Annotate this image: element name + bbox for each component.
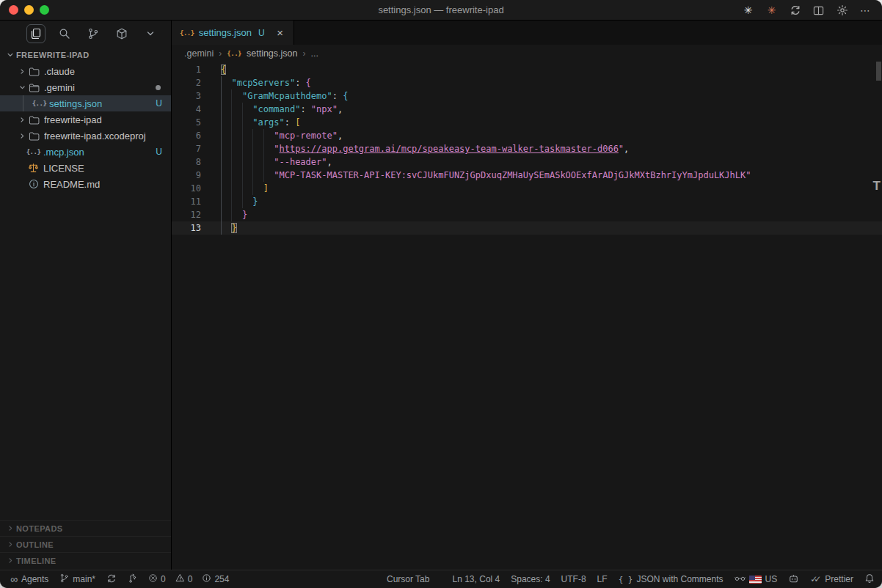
panel-label: NOTEPADS (16, 524, 63, 533)
tree-item-settings-json[interactable]: {..} settings.json U (0, 95, 171, 111)
tree-item-claude[interactable]: .claude (0, 63, 171, 79)
json-file-icon: {..} (227, 50, 241, 57)
encoding-label: UTF-8 (561, 574, 586, 584)
split-editor-icon[interactable] (812, 4, 825, 17)
tree-item-mcp-json[interactable]: {..} .mcp.json U (0, 144, 171, 160)
extensions-icon[interactable] (112, 24, 131, 43)
keyboard-layout-item[interactable]: US (735, 574, 778, 584)
minimize-window-button[interactable] (24, 5, 34, 15)
code-line[interactable]: 6 "mcp-remote", (172, 129, 882, 142)
sidebar: FREEWRITE-IPAD .claude (0, 21, 172, 570)
more-icon[interactable]: ⋯ (859, 4, 872, 17)
file-label: freewrite-ipad.xcodeproj (44, 131, 146, 142)
vertical-scrollbar[interactable] (876, 62, 881, 81)
root-folder-label: FREEWRITE-IPAD (16, 51, 90, 59)
line-number: 9 (172, 169, 213, 182)
code-line[interactable]: 9 "MCP-TASK-MASTER-API-KEY:svCJUkmFUNZjG… (172, 169, 882, 182)
status-bar: ∞ Agents main* (0, 570, 882, 588)
panel-outline[interactable]: OUTLINE (0, 536, 171, 552)
agents-label: Agents (21, 574, 48, 584)
git-branch-icon (59, 573, 69, 585)
chevron-right-icon (4, 541, 16, 548)
agents-status-item[interactable]: ∞ Agents (10, 574, 48, 584)
zoom-window-button[interactable] (40, 5, 49, 15)
file-label: settings.json (49, 98, 102, 109)
panel-notepads[interactable]: NOTEPADS (0, 520, 171, 536)
cursor-position-label: Ln 13, Col 4 (453, 574, 500, 584)
info-circle-icon (27, 179, 40, 189)
breadcrumb-file[interactable]: settings.json (247, 48, 297, 59)
chevron-right-icon (4, 557, 16, 564)
us-flag-icon (749, 576, 762, 584)
chevron-separator-icon: › (302, 48, 305, 59)
explorer-icon[interactable] (26, 24, 45, 43)
check-all-icon: ✓✓ (810, 574, 821, 584)
eol-label: LF (597, 574, 608, 584)
encoding-item[interactable]: UTF-8 (561, 574, 586, 584)
eol-item[interactable]: LF (597, 574, 608, 584)
source-control-graph-item[interactable] (128, 573, 137, 586)
source-control-icon[interactable] (84, 24, 103, 43)
breadcrumb-folder[interactable]: .gemini (184, 48, 214, 59)
tree-item-xcodeproj[interactable]: freewrite-ipad.xcodeproj (0, 128, 171, 144)
code-line[interactable]: 11 } (172, 195, 882, 208)
more-views-chevron-icon[interactable] (141, 24, 160, 43)
line-number: 11 (172, 195, 213, 208)
editor-group: {..} settings.json U × .gemini › {..} se… (172, 21, 882, 570)
cursor-tab-label: Cursor Tab (387, 574, 429, 584)
indentation-item[interactable]: Spaces: 4 (511, 574, 550, 584)
line-number: 10 (172, 182, 213, 195)
code-line[interactable]: 12 } (172, 208, 882, 221)
settings-gear-icon[interactable] (836, 4, 848, 17)
panel-timeline[interactable]: TIMELINE (0, 552, 171, 568)
chevron-separator-icon: › (219, 48, 222, 59)
chevron-right-icon (4, 525, 16, 532)
sync-changes-item[interactable] (106, 573, 117, 586)
tab-bar: {..} settings.json U × (172, 21, 882, 45)
code-line[interactable]: 5 "args": [ (172, 116, 882, 129)
file-label: freewrite-ipad (44, 114, 102, 125)
search-icon[interactable] (55, 24, 74, 43)
line-number: 3 (172, 89, 213, 103)
json-file-icon: {..} (180, 29, 194, 37)
code-line[interactable]: 4 "command": "npx", (172, 103, 882, 116)
warning-count: 0 (188, 574, 193, 584)
code-line[interactable]: 2 "mcpServers": { (172, 76, 882, 89)
indent-guide (221, 76, 222, 235)
problems-status-item[interactable]: 0 0 254 (148, 573, 229, 585)
code-line[interactable]: 13 } (172, 221, 882, 235)
code-line[interactable]: 7 "https://app.getgram.ai/mcp/speakeasy-… (172, 142, 882, 155)
code-line[interactable]: 10 ] (172, 182, 882, 195)
code-line[interactable]: 1{ (172, 63, 882, 76)
claude-icon[interactable]: ✳ (765, 4, 778, 17)
cursor-tab-status-item[interactable]: Cursor Tab (387, 574, 429, 584)
notifications-item[interactable] (864, 573, 875, 586)
language-mode-item[interactable]: { } JSON with Comments (619, 574, 724, 584)
tab-settings-json[interactable]: {..} settings.json U × (172, 21, 294, 45)
tree-item-freewrite-ipad[interactable]: freewrite-ipad (0, 111, 171, 128)
json-file-icon: {..} (27, 148, 40, 155)
source-control-graph-icon (128, 573, 137, 586)
formatter-status-item[interactable]: ✓✓ Prettier (810, 574, 853, 584)
folder-icon (28, 67, 40, 76)
chevron-right-icon (16, 117, 28, 123)
code-line[interactable]: 8 "--header", (172, 155, 882, 169)
close-tab-icon[interactable]: × (274, 26, 286, 39)
cursor-position-item[interactable]: Ln 13, Col 4 (453, 574, 500, 584)
code-line[interactable]: 3 "GramMcpauthdemo": { (172, 89, 882, 103)
code-editor[interactable]: 1{2 "mcpServers": {3 "GramMcpauthdemo": … (172, 62, 882, 570)
file-label: .mcp.json (43, 147, 84, 158)
git-branch-status-item[interactable]: main* (59, 573, 95, 585)
tree-item-readme[interactable]: README.md (0, 176, 171, 192)
tree-item-license[interactable]: LICENSE (0, 160, 171, 176)
explorer-root[interactable]: FREEWRITE-IPAD (0, 47, 171, 63)
close-window-button[interactable] (9, 5, 18, 15)
breadcrumb-symbol[interactable]: ... (310, 48, 318, 59)
openai-icon[interactable]: ✳ (742, 4, 754, 17)
tree-item-gemini[interactable]: .gemini (0, 79, 171, 95)
sidebar-panels: NOTEPADS OUTLINE TIMELINE (0, 520, 171, 570)
info-icon (202, 573, 211, 585)
chevron-right-icon (16, 133, 28, 139)
robot-status-item[interactable] (788, 573, 799, 586)
sync-icon[interactable] (789, 4, 801, 17)
